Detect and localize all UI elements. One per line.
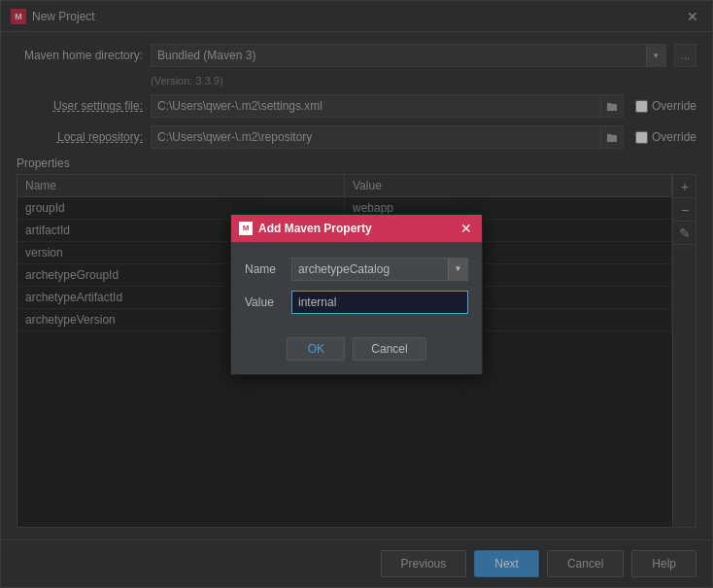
- modal-cancel-button[interactable]: Cancel: [353, 337, 425, 361]
- modal-ok-button[interactable]: OK: [287, 337, 345, 361]
- modal-title-bar: M Add Maven Property ✕: [231, 215, 482, 242]
- modal-name-value: archetypeCatalog: [292, 262, 448, 276]
- modal-title-left: M Add Maven Property: [239, 222, 372, 235]
- modal-overlay: M Add Maven Property ✕ Name archetypeCat…: [0, 0, 713, 588]
- modal-body: Name archetypeCatalog ▼ Value: [231, 242, 482, 329]
- modal-title: Add Maven Property: [258, 222, 372, 235]
- modal-value-label: Value: [245, 295, 284, 309]
- modal-name-label: Name: [245, 262, 284, 276]
- modal-value-input[interactable]: [291, 291, 468, 314]
- modal-icon: M: [239, 222, 253, 235]
- modal-name-dropdown-arrow[interactable]: ▼: [448, 259, 467, 280]
- modal-value-row: Value: [245, 291, 468, 314]
- modal-footer: OK Cancel: [231, 329, 482, 374]
- modal-close-button[interactable]: ✕: [458, 221, 474, 236]
- modal-name-row: Name archetypeCatalog ▼: [245, 258, 468, 281]
- add-maven-property-dialog: M Add Maven Property ✕ Name archetypeCat…: [230, 214, 483, 375]
- modal-name-combo[interactable]: archetypeCatalog ▼: [291, 258, 468, 281]
